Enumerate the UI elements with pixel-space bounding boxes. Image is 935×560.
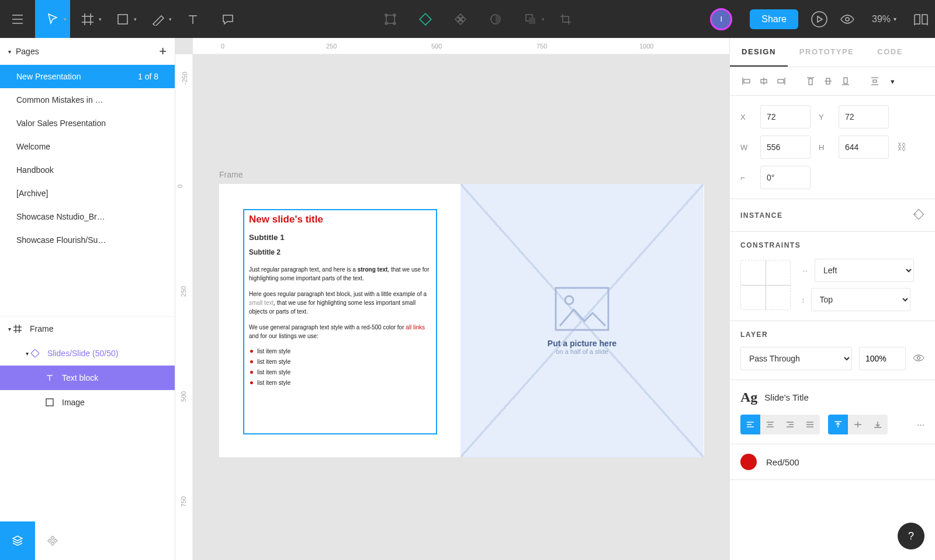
textblock-selection[interactable]: New slide's title Subtitle 1 Subtitle 2 … — [243, 209, 437, 434]
page-item[interactable]: Common Mistakes in … — [0, 88, 175, 112]
page-item[interactable]: Showcase Flourish/Su… — [0, 228, 175, 252]
constraint-v-select[interactable]: Top — [811, 288, 910, 311]
page-item[interactable]: Welcome — [0, 135, 175, 158]
x-input[interactable] — [760, 105, 811, 128]
play-icon[interactable] — [805, 0, 833, 38]
layer-item[interactable]: ▾ Slides/Slide (50/50) — [0, 341, 175, 366]
tab-prototype[interactable]: PROTOTYPE — [788, 38, 865, 67]
ruler-vertical: -250 0 250 500 750 — [175, 54, 193, 560]
layers-tab-icon[interactable] — [0, 521, 35, 560]
canvas-area[interactable]: 0 250 500 750 1000 1250 -250 0 250 500 7… — [175, 38, 729, 560]
valign-top-icon[interactable] — [828, 415, 848, 434]
page-item[interactable]: Valor Sales Presentation — [0, 112, 175, 135]
tab-design[interactable]: DESIGN — [730, 38, 788, 67]
align-hcenter-icon[interactable] — [756, 73, 772, 89]
frame-tool[interactable]: ▾ — [70, 0, 105, 38]
blend-mode-select[interactable]: Pass Through — [740, 347, 852, 370]
svg-rect-10 — [386, 15, 394, 23]
align-left-icon[interactable] — [738, 73, 754, 89]
comment-tool[interactable] — [210, 0, 245, 38]
chevron-down-icon: ▾ — [8, 326, 11, 332]
w-input[interactable] — [760, 135, 811, 159]
text-align-justify-icon[interactable] — [800, 415, 820, 434]
align-top-icon[interactable] — [802, 73, 819, 89]
page-item[interactable]: Handbook — [0, 158, 175, 182]
instance-title: INSTANCE — [740, 211, 782, 220]
slide-paragraph: Just regular paragraph text, and here is… — [244, 258, 436, 283]
pages-title: Pages — [16, 47, 159, 56]
help-button[interactable]: ? — [898, 523, 924, 549]
go-to-master-icon[interactable] — [913, 208, 924, 222]
dimensions-section: X Y W H ⛓ ⌐ — [730, 96, 935, 199]
chevron-down-icon[interactable]: ▾ — [8, 48, 11, 55]
pages-header: ▾ Pages + — [0, 38, 175, 65]
vertical-align-group — [828, 415, 888, 434]
page-item[interactable]: [Archive] — [0, 182, 175, 205]
chevron-down-icon: ▾ — [99, 16, 102, 22]
canvas-frame[interactable]: New slide's title Subtitle 1 Subtitle 2 … — [219, 184, 704, 457]
visibility-icon[interactable] — [913, 354, 924, 364]
page-item[interactable]: New Presentation1 of 8 — [0, 65, 175, 88]
link-dimensions-icon[interactable]: ⛓ — [897, 142, 906, 152]
svg-rect-28 — [46, 399, 53, 406]
distribute-icon[interactable] — [867, 73, 883, 89]
chevron-down-icon: ▾ — [169, 16, 172, 22]
text-style-icon: Ag — [740, 389, 757, 405]
share-button[interactable]: Share — [750, 9, 798, 29]
layer-label: Text block — [62, 373, 98, 382]
svg-point-20 — [846, 18, 849, 21]
text-align-center-icon[interactable] — [760, 415, 780, 434]
text-align-left-icon[interactable] — [740, 415, 760, 434]
user-avatar[interactable]: I — [710, 8, 732, 30]
crop-icon[interactable] — [548, 0, 583, 38]
frame-label[interactable]: Frame — [219, 170, 243, 179]
zoom-dropdown[interactable]: 39% ▾ — [872, 14, 896, 25]
align-vcenter-icon[interactable] — [820, 73, 836, 89]
edit-object-icon[interactable] — [373, 0, 408, 38]
valign-bottom-icon[interactable] — [868, 415, 888, 434]
color-swatch[interactable] — [740, 454, 757, 470]
h-input[interactable] — [839, 135, 889, 159]
create-component-icon[interactable] — [443, 0, 478, 38]
text-icon — [44, 373, 55, 383]
move-tool[interactable]: ▾ — [35, 0, 70, 38]
slide-paragraph: We use general paragraph text style with… — [244, 316, 436, 340]
eye-icon[interactable] — [833, 0, 861, 38]
opacity-input[interactable] — [859, 347, 906, 370]
image-placeholder[interactable]: Put a picture here on a half of a slide — [460, 184, 704, 457]
y-label: Y — [819, 113, 830, 121]
svg-point-47 — [917, 356, 920, 359]
more-align-icon[interactable]: ▾ — [884, 73, 901, 89]
right-tabs: DESIGN PROTOTYPE CODE — [730, 38, 935, 67]
constraint-h-select[interactable]: Left — [815, 259, 914, 282]
rectangle-tool[interactable]: ▾ — [105, 0, 140, 38]
add-page-button[interactable]: + — [159, 44, 167, 59]
components-tab-icon[interactable] — [35, 521, 70, 560]
rotation-input[interactable] — [760, 166, 811, 189]
boolean-icon[interactable]: ▾ — [513, 0, 548, 38]
layer-item[interactable]: Image — [0, 390, 175, 415]
menu-button[interactable] — [0, 0, 35, 38]
text-tool[interactable] — [175, 0, 210, 38]
ruler-horizontal: 0 250 500 750 1000 1250 — [193, 38, 729, 54]
layers-root-row[interactable]: ▾ Frame — [0, 316, 175, 341]
more-text-options-icon[interactable]: ⋯ — [917, 420, 924, 429]
mask-icon[interactable] — [478, 0, 513, 38]
library-icon[interactable] — [907, 0, 935, 38]
valign-middle-icon[interactable] — [848, 415, 868, 434]
reset-instance-icon[interactable] — [408, 0, 443, 38]
right-panel: DESIGN PROTOTYPE CODE ▾ X Y W H ⛓ ⌐ — [729, 38, 935, 560]
tab-code[interactable]: CODE — [865, 38, 915, 67]
svg-rect-29 — [556, 288, 608, 330]
pen-tool[interactable]: ▾ — [140, 0, 175, 38]
placeholder-caption: Put a picture here — [548, 339, 617, 348]
layer-item[interactable]: Text block — [0, 366, 175, 390]
constraints-widget[interactable] — [740, 260, 791, 310]
slide-title: New slide's title — [244, 210, 436, 227]
page-item[interactable]: Showcase Nstudio_Br… — [0, 205, 175, 228]
frame-icon — [12, 324, 23, 334]
text-align-right-icon[interactable] — [780, 415, 800, 434]
align-right-icon[interactable] — [773, 73, 789, 89]
y-input[interactable] — [839, 105, 889, 128]
align-bottom-icon[interactable] — [837, 73, 854, 89]
